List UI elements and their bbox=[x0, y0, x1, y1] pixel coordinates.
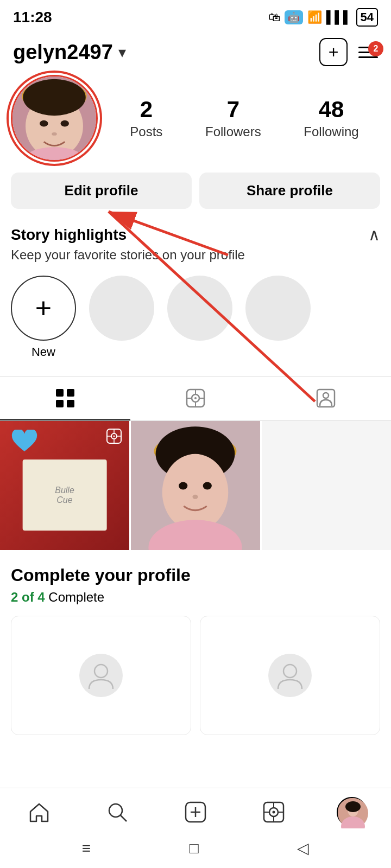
followers-count: 7 bbox=[227, 97, 239, 122]
svg-point-57 bbox=[345, 801, 361, 812]
highlight-circle-3[interactable] bbox=[245, 276, 311, 341]
signal-icon: ▌▌▌ bbox=[326, 10, 352, 24]
header: gelyn2497 ▾ + 2 bbox=[0, 33, 391, 75]
svg-point-42 bbox=[109, 804, 122, 817]
header-icons: + 2 bbox=[319, 38, 378, 66]
notebook-image: BulleCue bbox=[23, 459, 107, 531]
reels-icon bbox=[185, 388, 206, 409]
story-highlights-title: Story highlights bbox=[11, 226, 127, 244]
grid-icon bbox=[55, 388, 75, 409]
account-switcher-chevron[interactable]: ▾ bbox=[118, 43, 126, 61]
svg-point-35 bbox=[192, 495, 198, 499]
recents-gesture: ◁ bbox=[297, 839, 309, 857]
nav-profile[interactable] bbox=[330, 796, 374, 828]
page-wrapper: 11:28 🛍 🤖 📶 ▌▌▌ 54 gelyn2497 ▾ + bbox=[0, 0, 391, 831]
story-highlights-header: Story highlights ∧ bbox=[0, 220, 391, 247]
grid-cell-2[interactable] bbox=[131, 421, 260, 550]
heart-sticker bbox=[11, 430, 38, 456]
plus-icon: + bbox=[35, 292, 52, 324]
followers-label: Followers bbox=[205, 124, 261, 139]
story-highlights-collapse-icon[interactable]: ∧ bbox=[368, 225, 380, 244]
svg-rect-10 bbox=[56, 400, 64, 407]
highlight-item-2[interactable] bbox=[167, 276, 232, 359]
grid-cell-1[interactable]: BulleCue bbox=[0, 421, 129, 550]
new-highlight-button[interactable]: + bbox=[11, 276, 76, 341]
complete-card-avatar-1 bbox=[79, 654, 123, 697]
new-highlight-label: New bbox=[31, 345, 55, 359]
complete-profile-section: Complete your profile 2 of 4 Complete bbox=[0, 550, 391, 744]
complete-progress-suffix: Complete bbox=[45, 590, 104, 604]
posts-label: Posts bbox=[130, 124, 162, 139]
selfie-image bbox=[131, 421, 260, 550]
nav-items-row bbox=[0, 788, 391, 834]
nav-home[interactable] bbox=[17, 796, 61, 828]
username[interactable]: gelyn2497 bbox=[13, 41, 113, 64]
avatar-circle[interactable] bbox=[11, 75, 98, 162]
edit-profile-button[interactable]: Edit profile bbox=[11, 173, 192, 209]
svg-point-14 bbox=[194, 397, 197, 399]
status-time: 11:28 bbox=[13, 9, 52, 26]
reels-badge bbox=[106, 429, 122, 444]
complete-card-2[interactable] bbox=[200, 616, 380, 735]
posts-stat[interactable]: 2 Posts bbox=[130, 97, 162, 139]
avatar-placeholder-icon bbox=[85, 659, 117, 692]
nav-add-post[interactable] bbox=[174, 796, 217, 828]
reels-nav-icon bbox=[262, 801, 285, 824]
complete-card-1[interactable] bbox=[11, 616, 191, 735]
followers-stat[interactable]: 7 Followers bbox=[205, 97, 261, 139]
complete-profile-progress: 2 of 4 Complete bbox=[11, 590, 380, 605]
nav-search[interactable] bbox=[96, 796, 139, 828]
avatar-wrap bbox=[11, 75, 98, 162]
add-post-button[interactable]: + bbox=[319, 38, 348, 66]
highlight-circle-1[interactable] bbox=[89, 276, 154, 341]
search-icon bbox=[106, 801, 129, 824]
stats-row: 2 Posts 7 Followers 48 Following bbox=[109, 97, 380, 139]
svg-point-37 bbox=[94, 665, 108, 678]
back-gesture: ≡ bbox=[82, 840, 91, 857]
svg-rect-9 bbox=[67, 389, 74, 397]
action-buttons-row: Edit profile Share profile bbox=[0, 173, 391, 220]
battery-indicator: 54 bbox=[356, 8, 378, 27]
posts-grid: BulleCue bbox=[0, 421, 391, 550]
content-tabs bbox=[0, 376, 391, 421]
svg-point-34 bbox=[203, 482, 212, 489]
svg-point-33 bbox=[179, 482, 187, 489]
svg-point-23 bbox=[113, 436, 115, 437]
nav-reels[interactable] bbox=[252, 796, 295, 828]
tab-tagged[interactable] bbox=[261, 377, 391, 420]
status-bar: 11:28 🛍 🤖 📶 ▌▌▌ 54 bbox=[0, 0, 391, 33]
highlight-item-3[interactable] bbox=[245, 276, 311, 359]
highlight-circle-2[interactable] bbox=[167, 276, 232, 341]
new-highlight-item[interactable]: + New bbox=[11, 276, 76, 359]
reels-badge-icon bbox=[106, 429, 122, 448]
complete-cards-row bbox=[11, 616, 380, 735]
nav-profile-avatar bbox=[337, 797, 367, 827]
following-count: 48 bbox=[319, 97, 344, 122]
svg-rect-8 bbox=[56, 389, 64, 397]
tab-reels[interactable] bbox=[130, 377, 261, 420]
profile-section: 2 Posts 7 Followers 48 Following bbox=[0, 75, 391, 173]
status-icons: 🛍 🤖 📶 ▌▌▌ 54 bbox=[268, 8, 378, 27]
share-profile-button[interactable]: Share profile bbox=[199, 173, 380, 209]
story-highlights-subtitle: Keep your favorite stories on your profi… bbox=[0, 247, 391, 271]
svg-point-4 bbox=[40, 120, 48, 127]
tab-grid[interactable] bbox=[0, 377, 130, 420]
highlights-row: + New bbox=[0, 271, 391, 372]
bottom-nav: ≡ □ ◁ bbox=[0, 788, 391, 868]
tagged-icon bbox=[316, 388, 336, 409]
svg-point-5 bbox=[61, 120, 69, 127]
svg-point-32 bbox=[162, 454, 229, 531]
svg-line-43 bbox=[121, 815, 127, 821]
menu-line-3 bbox=[358, 56, 378, 58]
complete-card-avatar-2 bbox=[268, 654, 312, 697]
complete-profile-title: Complete your profile bbox=[11, 565, 380, 585]
svg-point-20 bbox=[323, 393, 329, 398]
chat-icon: 🤖 bbox=[285, 10, 303, 24]
gesture-bar: ≡ □ ◁ bbox=[0, 834, 391, 868]
menu-button-wrap: 2 bbox=[358, 47, 378, 58]
svg-point-3 bbox=[23, 79, 86, 116]
profile-nav-avatar bbox=[338, 798, 368, 828]
highlight-item-1[interactable] bbox=[89, 276, 154, 359]
following-stat[interactable]: 48 Following bbox=[304, 97, 358, 139]
avatar-bg bbox=[12, 76, 96, 160]
